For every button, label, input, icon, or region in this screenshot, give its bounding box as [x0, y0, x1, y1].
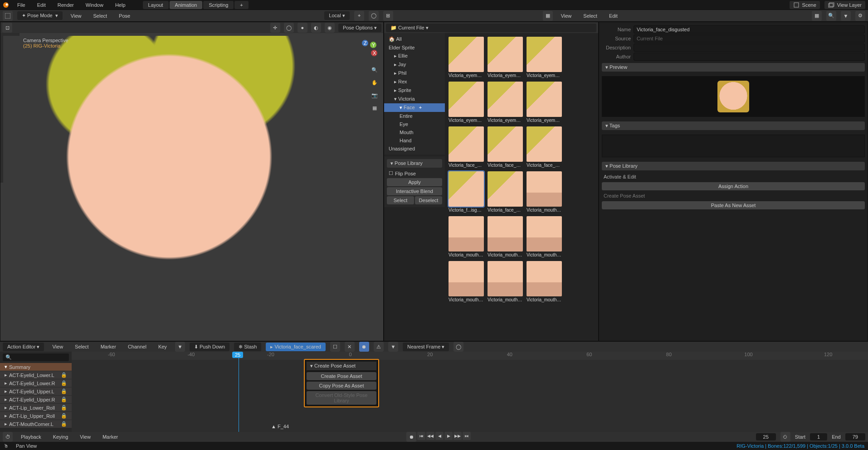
jump-end-icon[interactable]: ⏭ [463, 432, 471, 440]
end-frame-field[interactable]: 79 [845, 433, 865, 440]
scene-selector[interactable]: Scene [790, 1, 820, 9]
asset-select-menu[interactable]: Select [580, 12, 601, 19]
funnel-icon[interactable]: ▼ [388, 342, 398, 352]
asset-editor-type-icon[interactable]: ▦ [543, 11, 553, 21]
asset-card[interactable]: Victoria_mouth_Mm [527, 216, 562, 257]
pose-menu[interactable]: Pose [115, 12, 134, 19]
assign-action-button[interactable]: Assign Action [602, 182, 865, 190]
tree-jay[interactable]: ▸ Jay [384, 60, 445, 69]
new-action-icon[interactable]: ✕ [345, 342, 355, 352]
viewport-body[interactable]: ⊕ ✥ ⟳ ⤢ ✦ ✎ 📏 ◡ Camera Perspective (25) … [0, 33, 383, 341]
ae-view-menu[interactable]: View [49, 343, 67, 350]
asset-card[interactable]: Victoria_mouth_Ff [488, 216, 523, 257]
editor-type-icon[interactable] [3, 11, 13, 21]
convert-old-pose-button[interactable]: Convert Old-Style Pose Library [307, 391, 376, 405]
perspective-icon[interactable]: ▦ [370, 103, 380, 113]
viewlayer-selector[interactable]: View Layer [824, 1, 865, 9]
pb-playback-menu[interactable]: Playback [17, 433, 45, 440]
shading-solid-icon[interactable]: ● [297, 23, 307, 33]
tab-animation[interactable]: Animation [170, 1, 203, 9]
shading-wire-icon[interactable]: ◯ [284, 23, 294, 33]
select-menu[interactable]: Select [90, 12, 111, 19]
search-icon[interactable]: 🔍 [826, 11, 836, 21]
snap-select[interactable]: Nearest Frame ▾ [403, 343, 449, 351]
asset-card[interactable]: Victoria_eyemask_... [488, 37, 523, 78]
menu-window[interactable]: Window [82, 1, 107, 9]
channel-row[interactable]: ▸ ACT-MouthCorner.L🔒 [0, 420, 72, 428]
tree-entire[interactable]: Entire [384, 112, 445, 120]
preview-range-icon[interactable]: ⏲ [780, 432, 790, 442]
tree-sprite[interactable]: ▸ Sprite [384, 86, 445, 95]
menu-help[interactable]: Help [112, 1, 129, 9]
lock-icon[interactable]: 🔒 [61, 421, 67, 427]
asset-card[interactable]: Victoria_mouth_Aa [527, 171, 562, 213]
autokey-icon[interactable]: ⏺ [406, 432, 416, 442]
asset-library-select[interactable]: 📁 Current File ▾ [386, 24, 596, 32]
overlays-toggle-icon[interactable]: ⊡ [2, 23, 12, 33]
overlay-icon[interactable]: ⊞ [383, 11, 393, 21]
jump-start-icon[interactable]: ⏮ [417, 432, 425, 440]
action-editor-type[interactable]: Action Editor ▾ [3, 343, 44, 351]
current-frame-field[interactable]: 25 [756, 433, 776, 440]
asset-card[interactable]: Victoria_face_ann... [449, 126, 484, 168]
proportional-icon[interactable]: ◯ [369, 11, 379, 21]
lock-icon[interactable]: 🔒 [61, 388, 67, 394]
pb-view-menu[interactable]: View [76, 433, 94, 440]
options-icon[interactable]: ⚙ [855, 11, 865, 21]
asset-card[interactable]: Victoria_face_defa... [527, 126, 562, 168]
preview-header[interactable]: ▾ Preview [602, 63, 865, 72]
tree-hand[interactable]: Hand [384, 136, 445, 145]
action-name-field[interactable]: ▸ Victoria_face_scared [266, 343, 326, 351]
name-input[interactable]: Victoria_face_disgusted [634, 25, 865, 34]
shading-rendered-icon[interactable]: ◉ [325, 23, 335, 33]
snap-icon[interactable]: ⌖ [354, 11, 364, 21]
asset-card[interactable]: Victoria_eyemask_... [449, 37, 484, 78]
lock-icon[interactable]: 🔒 [61, 380, 67, 386]
zoom-icon[interactable]: 🔍 [370, 65, 380, 75]
author-input[interactable] [634, 53, 865, 61]
blend-button[interactable]: Interactive Blend [387, 187, 442, 195]
asset-card[interactable]: Victoria_mouth_Ow [488, 261, 523, 302]
channel-row[interactable]: ▸ ACT-Eyelid_Lower.R🔒 [0, 379, 72, 387]
ae-key-menu[interactable]: Key [155, 343, 171, 350]
tab-add[interactable]: + [234, 1, 248, 9]
nav-gizmo[interactable]: Y X Z [355, 39, 378, 61]
transform-orientation[interactable]: Local ▾ [324, 11, 349, 20]
asset-card[interactable]: Victoria_mouth_Ee [449, 216, 484, 257]
timeline-editor-icon[interactable]: ⏱ [3, 432, 13, 442]
filter-icon[interactable]: ▼ [841, 11, 851, 21]
view-menu[interactable]: View [67, 12, 85, 19]
asset-card[interactable]: Victoria_eyemask_... [527, 37, 562, 78]
select-button[interactable]: Select [387, 196, 414, 204]
channel-row[interactable]: ▸ ACT-Eyelid_Lower.L🔒 [0, 371, 72, 379]
poselib-header[interactable]: ▾ Pose Library [387, 159, 442, 168]
tab-scripting[interactable]: Scripting [203, 1, 234, 9]
create-pose-header[interactable]: ▾ Create Pose Asset [307, 362, 376, 370]
asset-card[interactable]: Victoria_eyemask_... [527, 82, 562, 123]
filter-icon[interactable]: ▼ [175, 342, 185, 352]
lock-icon[interactable]: 🔒 [61, 413, 67, 419]
channel-search-input[interactable] [14, 355, 76, 360]
asset-card[interactable]: Victoria_mouth_Oo [449, 261, 484, 302]
play-icon[interactable]: ▶ [444, 432, 453, 440]
shading-matprev-icon[interactable]: ◐ [311, 23, 321, 33]
fake-user-icon[interactable]: ☐ [330, 342, 340, 352]
asset-card[interactable]: Victoria_eyemask_... [488, 82, 523, 123]
keyframe-next-icon[interactable]: ▶▶ [454, 432, 462, 440]
menu-render[interactable]: Render [54, 1, 78, 9]
asset-view-menu[interactable]: View [557, 12, 575, 19]
asset-card[interactable]: Victoria_mouth_Uu [527, 261, 562, 302]
channel-row[interactable]: ▸ ACT-Lip_Upper_Roll🔒 [0, 412, 72, 420]
menu-edit[interactable]: Edit [34, 1, 49, 9]
timeline-track[interactable]: -60-40-20020406080100120 25 ▲ F_44 [72, 352, 868, 432]
asset-card[interactable]: Victoria_f...isgusted [449, 171, 484, 213]
display-mode-icon[interactable]: ▦ [812, 11, 822, 21]
play-reverse-icon[interactable]: ◀ [435, 432, 444, 440]
stash-button[interactable]: ❄ Stash [234, 343, 261, 351]
lock-icon[interactable]: 🔒 [61, 372, 67, 378]
tree-root[interactable]: Elder Sprite [384, 44, 445, 52]
asset-edit-menu[interactable]: Edit [605, 12, 621, 19]
lock-icon[interactable]: 🔒 [61, 397, 67, 402]
camera-view-icon[interactable]: 📷 [370, 90, 380, 100]
ae-channel-menu[interactable]: Channel [124, 343, 150, 350]
